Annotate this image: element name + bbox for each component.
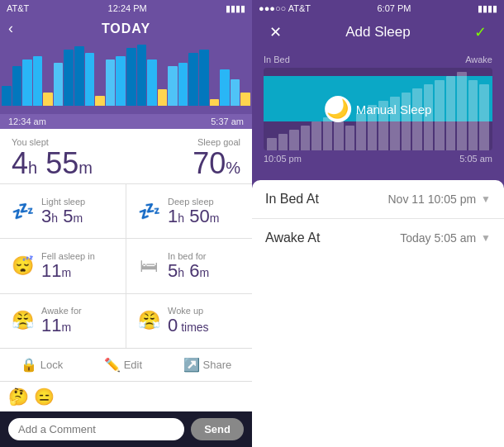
slept-section: You slept 4h 55m: [12, 137, 93, 178]
stat-deep-sleep: 💤 Deep sleep 1h 50m: [126, 184, 252, 238]
awake-at-row[interactable]: Awake At Today 5:05 am ▼: [252, 219, 504, 257]
in-bed-at-row[interactable]: In Bed At Nov 11 10:05 pm ▼: [252, 180, 504, 219]
fell-asleep-text: Fell asleep in 11m: [41, 251, 95, 281]
sleep-end-time: 5:37 am: [211, 117, 244, 126]
lock-icon: 🔒: [21, 357, 37, 373]
vis-bar: [446, 76, 456, 150]
vis-time-start: 10:05 pm: [264, 154, 302, 164]
chart-bar: [43, 93, 53, 106]
sleep-visualization: In Bed Awake: [252, 48, 504, 180]
time-right: 6:07 PM: [378, 3, 411, 13]
fell-asleep-icon: 😴: [10, 255, 35, 277]
in-bed-value: 5h 6m: [168, 261, 209, 281]
today-title: TODAY: [102, 21, 150, 36]
status-bar-left: AT&T 12:24 PM ▮▮▮▮: [0, 0, 252, 17]
emoji-neutral[interactable]: 😑: [34, 387, 55, 407]
vis-bar: [468, 80, 478, 150]
moon-icon: 🌙: [325, 96, 351, 122]
chart-bar: [64, 50, 74, 106]
vis-bar: [301, 126, 311, 150]
chart-bar: [22, 59, 32, 106]
awake-label-vis: Awake: [465, 55, 492, 64]
deep-sleep-text: Deep sleep 1h 50m: [168, 197, 219, 226]
vis-bar: [311, 121, 321, 150]
comment-bar: Send: [0, 411, 252, 447]
chart-bar: [231, 79, 240, 106]
chart-bar: [2, 86, 12, 106]
vis-bar: [267, 138, 277, 150]
lock-label: Lock: [40, 359, 63, 371]
awake-text: Awake for 11m: [41, 306, 82, 335]
sleep-chart: [0, 40, 252, 114]
carrier-left: AT&T: [7, 3, 29, 13]
stat-fell-asleep: 😴 Fell asleep in 11m: [0, 239, 126, 292]
chart-bar: [147, 59, 157, 106]
vis-bar: [334, 121, 344, 150]
goal-value: 70%: [193, 149, 240, 178]
carrier-right: ●●●○○ AT&T: [259, 3, 311, 13]
action-bar: 🔒 Lock ✏️ Edit ↗️ Share: [0, 348, 252, 381]
check-icon[interactable]: ✓: [469, 23, 492, 41]
add-sleep-header: ✕ Add Sleep ✓: [252, 17, 504, 48]
emoji-face[interactable]: 🤔: [8, 387, 29, 407]
chart-bar: [106, 59, 116, 106]
chart-bar: [74, 46, 84, 106]
vis-bar: [278, 134, 288, 150]
fell-asleep-value: 11m: [41, 261, 95, 281]
chart-bar: [240, 93, 250, 106]
vis-bar: [457, 72, 467, 150]
share-button[interactable]: ↗️ Share: [183, 357, 232, 373]
in-bed-icon: 🛏: [136, 255, 161, 277]
sleep-time-range: 12:34 am 5:37 am: [0, 114, 252, 129]
goal-section: Sleep goal 70%: [193, 137, 240, 178]
chart-bar: [178, 63, 188, 106]
status-bar-right: ●●●○○ AT&T 6:07 PM ▮▮▮▮: [252, 0, 504, 17]
chart-bar: [54, 63, 64, 106]
awake-at-time: Today 5:05 am: [400, 231, 476, 245]
share-icon: ↗️: [183, 357, 200, 373]
send-button[interactable]: Send: [191, 418, 244, 440]
goal-pct: %: [226, 159, 240, 177]
chart-bar: [95, 96, 105, 106]
close-icon[interactable]: ✕: [264, 23, 287, 41]
vis-bar: [435, 80, 445, 150]
slept-time-value: 4h 55m: [12, 149, 93, 178]
in-bed-at-time: Nov 11 10:05 pm: [388, 193, 476, 206]
chart-bar: [188, 53, 198, 106]
manual-sleep-badge: 🌙 Manual Sleep: [325, 96, 432, 122]
emoji-bar: 🤔 😑: [0, 381, 252, 411]
vis-bar: [479, 84, 489, 150]
chart-bar: [158, 89, 168, 106]
in-bed-at-value: Nov 11 10:05 pm ▼: [388, 193, 491, 206]
stat-in-bed: 🛏 In bed for 5h 6m: [126, 239, 252, 292]
back-arrow-icon[interactable]: ‹: [8, 20, 13, 37]
deep-sleep-value: 1h 50m: [168, 207, 219, 226]
stat-awake: 😤 Awake for 11m: [0, 294, 126, 348]
awake-at-label: Awake At: [265, 231, 320, 245]
lock-button[interactable]: 🔒 Lock: [21, 357, 63, 373]
chart-bar: [12, 66, 22, 106]
chart-bar: [85, 53, 95, 106]
light-sleep-label: Light sleep: [41, 197, 85, 207]
chart-bar: [126, 48, 136, 106]
share-label: Share: [203, 359, 232, 371]
edit-icon: ✏️: [104, 357, 121, 373]
right-panel: ●●●○○ AT&T 6:07 PM ▮▮▮▮ ✕ Add Sleep ✓ In…: [252, 0, 504, 447]
chart-bar: [116, 56, 126, 106]
in-bed-label-vis: In Bed: [264, 55, 290, 64]
light-sleep-text: Light sleep 3h 5m: [41, 197, 85, 226]
chart-bar: [199, 50, 209, 106]
chart-bar: [137, 45, 147, 106]
edit-button[interactable]: ✏️ Edit: [104, 357, 142, 373]
vis-bar: [345, 126, 355, 150]
chart-bar: [168, 66, 178, 106]
sleep-start-time: 12:34 am: [8, 117, 46, 126]
comment-input[interactable]: [8, 418, 184, 440]
slept-hours: 4: [12, 146, 28, 180]
chart-bar: [210, 99, 220, 106]
light-sleep-icon: 💤: [10, 201, 35, 222]
edit-label: Edit: [124, 359, 142, 371]
hours-unit: h: [28, 159, 37, 177]
chart-bar: [33, 56, 43, 106]
vis-time-end: 5:05 am: [459, 154, 492, 164]
